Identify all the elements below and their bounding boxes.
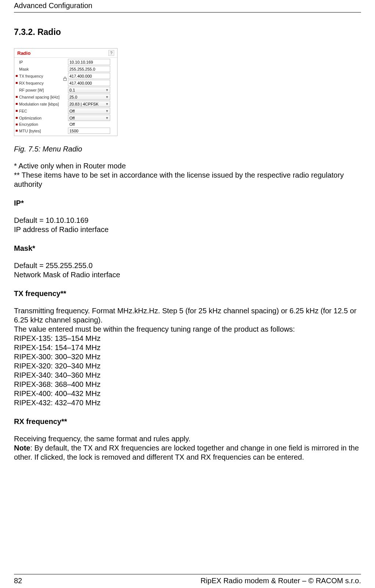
row-ip: IP bbox=[16, 58, 116, 65]
footnote-1: * Active only when in Router mode bbox=[14, 161, 361, 171]
label-mtu: MTU [bytes] bbox=[19, 129, 41, 133]
value-enc: Off bbox=[68, 122, 75, 126]
row-chspacing: Channel spacing [kHz] 25.0▼ bbox=[16, 93, 116, 100]
row-opt: Optimization Off▼ bbox=[16, 114, 116, 121]
row-modrate: Modulation rate [kbps] 20.83 | 4CPFSK▼ bbox=[16, 100, 116, 107]
txfreq-r4: RIPEX-320: 320–340 MHz bbox=[14, 361, 361, 371]
label-ip: IP bbox=[19, 60, 23, 64]
row-rxfreq: RX frequency bbox=[16, 79, 116, 86]
subhead-txfreq: TX frequency** bbox=[14, 289, 361, 298]
input-mtu[interactable] bbox=[68, 128, 110, 134]
panel-rows: IP Mask TX frequency RX frequency RF pow… bbox=[14, 58, 117, 136]
page-number: 82 bbox=[14, 577, 22, 585]
label-modrate: Modulation rate [kbps] bbox=[19, 102, 59, 106]
footnote-2: ** These items have to be set in accorda… bbox=[14, 171, 361, 189]
subhead-ip: IP* bbox=[14, 199, 361, 208]
rxfreq-note: Note: By default, the TX and RX frequenc… bbox=[14, 443, 361, 462]
label-txfreq: TX frequency bbox=[19, 74, 43, 78]
chevron-down-icon: ▼ bbox=[105, 109, 109, 113]
chevron-down-icon: ▼ bbox=[105, 116, 109, 120]
select-modrate[interactable]: 20.83 | 4CPFSK▼ bbox=[68, 101, 110, 107]
input-txfreq[interactable] bbox=[68, 73, 110, 79]
select-opt[interactable]: Off▼ bbox=[68, 115, 110, 121]
row-txfreq: TX frequency bbox=[16, 72, 116, 79]
row-mtu: MTU [bytes] bbox=[16, 127, 116, 134]
rxfreq-desc: Receiving frequency, the same format and… bbox=[14, 434, 361, 443]
label-fec: FEC bbox=[19, 109, 27, 113]
ip-default: Default = 10.10.10.169 bbox=[14, 216, 361, 225]
select-rfpower[interactable]: 0.1▼ bbox=[68, 87, 110, 93]
subhead-mask: Mask* bbox=[14, 244, 361, 253]
select-chspacing[interactable]: 25.0▼ bbox=[68, 94, 110, 100]
label-chspacing: Channel spacing [kHz] bbox=[19, 95, 60, 99]
label-rfpower: RF power [W] bbox=[19, 88, 44, 92]
txfreq-desc1: Transmitting frequency. Format MHz.kHz.H… bbox=[14, 306, 361, 325]
chevron-down-icon: ▼ bbox=[105, 95, 109, 99]
footer-right: RipEX Radio modem & Router – © RACOM s.r… bbox=[201, 577, 361, 585]
txfreq-r5: RIPEX-340: 340–360 MHz bbox=[14, 371, 361, 380]
input-ip[interactable] bbox=[68, 59, 110, 65]
panel-title: Radio bbox=[17, 50, 30, 56]
running-header: Advanced Configuration bbox=[14, 0, 361, 13]
page-footer: 82 RipEX Radio modem & Router – © RACOM … bbox=[14, 574, 361, 585]
txfreq-desc2: The value entered must be within the fre… bbox=[14, 325, 361, 334]
help-icon[interactable]: ? bbox=[108, 50, 114, 56]
ip-desc: IP address of Radio interface bbox=[14, 225, 361, 234]
panel-header: Radio ? bbox=[14, 49, 117, 58]
txfreq-r1: RIPEX-135: 135–154 MHz bbox=[14, 334, 361, 343]
row-enc: Encryption Off bbox=[16, 121, 116, 127]
txfreq-r2: RIPEX-154: 154–174 MHz bbox=[14, 343, 361, 352]
subhead-rxfreq: RX frequency** bbox=[14, 417, 361, 426]
chevron-down-icon: ▼ bbox=[105, 102, 109, 106]
txfreq-r3: RIPEX-300: 300–320 MHz bbox=[14, 352, 361, 361]
mask-default: Default = 255.255.255.0 bbox=[14, 261, 361, 270]
txfreq-r8: RIPEX-432: 432–470 MHz bbox=[14, 398, 361, 407]
row-fec: FEC Off▼ bbox=[16, 107, 116, 114]
row-rfpower: RF power [W] 0.1▼ bbox=[16, 86, 116, 93]
label-mask: Mask bbox=[19, 67, 29, 71]
select-fec[interactable]: Off▼ bbox=[68, 108, 110, 114]
label-enc: Encryption bbox=[19, 122, 38, 126]
section-heading: 7.3.2. Radio bbox=[14, 27, 361, 37]
chevron-down-icon: ▼ bbox=[105, 88, 109, 92]
input-rxfreq[interactable] bbox=[68, 80, 110, 86]
txfreq-r7: RIPEX-400: 400–432 MHz bbox=[14, 389, 361, 398]
label-opt: Optimization bbox=[19, 116, 42, 120]
figure-caption: Fig. 7.5: Menu Radio bbox=[14, 145, 361, 153]
txfreq-r6: RIPEX-368: 368–400 MHz bbox=[14, 380, 361, 389]
input-mask[interactable] bbox=[68, 66, 110, 72]
mask-desc: Network Mask of Radio interface bbox=[14, 270, 361, 279]
radio-panel: Radio ? IP Mask TX frequency RX frequenc… bbox=[14, 48, 118, 136]
label-rxfreq: RX frequency bbox=[19, 81, 44, 85]
